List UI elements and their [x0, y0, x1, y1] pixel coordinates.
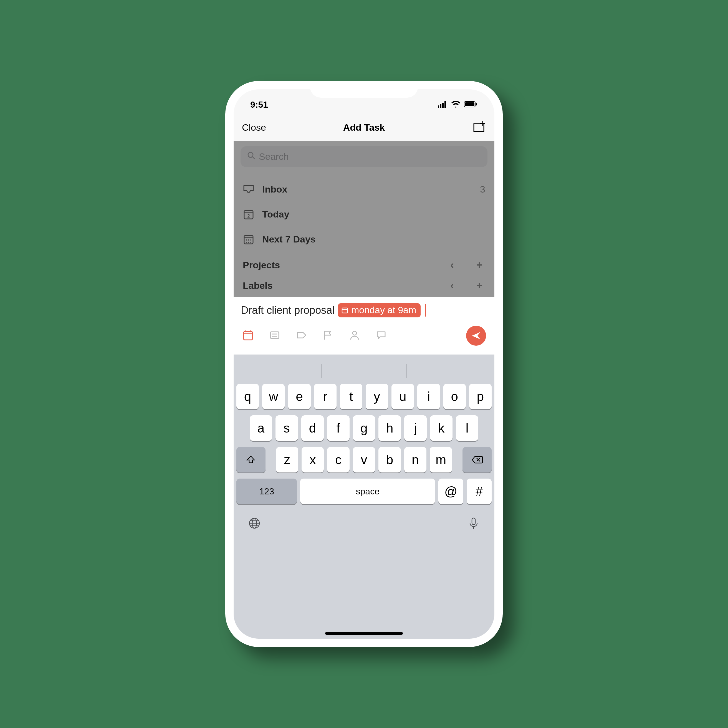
key-r[interactable]: r: [314, 384, 336, 409]
key-f[interactable]: f: [327, 415, 350, 441]
wifi-icon: [451, 99, 460, 110]
label-icon[interactable]: [295, 329, 307, 343]
add-project-icon[interactable]: +: [476, 259, 482, 271]
key-l[interactable]: l: [456, 415, 478, 441]
phone-frame: 9:51 Close Add Task: [225, 81, 503, 647]
svg-point-19: [250, 239, 251, 240]
key-c[interactable]: c: [327, 447, 349, 473]
comment-icon[interactable]: [375, 329, 387, 343]
key-k[interactable]: k: [430, 415, 453, 441]
key-row-2: a s d f g h j k l: [236, 415, 492, 441]
inbox-label: Inbox: [262, 184, 288, 195]
svg-rect-40: [472, 518, 475, 525]
today-row[interactable]: 2 Today: [240, 202, 488, 227]
key-s[interactable]: s: [275, 415, 298, 441]
collapse-icon[interactable]: ‹: [450, 280, 454, 292]
key-h[interactable]: h: [378, 415, 401, 441]
key-d[interactable]: d: [301, 415, 324, 441]
labels-section[interactable]: Labels ‹ +: [240, 277, 488, 297]
svg-point-10: [248, 152, 253, 157]
inbox-count: 3: [480, 184, 485, 195]
key-q[interactable]: q: [236, 384, 259, 409]
date-chip[interactable]: monday at 9am: [338, 303, 421, 317]
task-toolbar: [241, 317, 487, 351]
assign-icon[interactable]: [349, 329, 361, 343]
priority-icon[interactable]: [322, 329, 334, 343]
svg-rect-23: [342, 308, 348, 313]
key-v[interactable]: v: [353, 447, 375, 473]
battery-icon: [464, 99, 478, 110]
svg-point-18: [248, 239, 249, 240]
projects-section[interactable]: Projects ‹ +: [240, 252, 488, 277]
space-key[interactable]: space: [300, 479, 435, 504]
calendar-today-icon: 2: [243, 208, 254, 220]
keyboard-footer: [236, 510, 492, 531]
svg-rect-3: [445, 101, 446, 108]
svg-rect-25: [243, 332, 252, 340]
nav-bar: Close Add Task: [234, 114, 494, 141]
key-z[interactable]: z: [276, 447, 298, 473]
task-text: Draft client proposal: [241, 304, 335, 316]
svg-rect-15: [244, 236, 253, 244]
key-g[interactable]: g: [353, 415, 375, 441]
key-y[interactable]: y: [366, 384, 388, 409]
backspace-key[interactable]: [462, 447, 492, 473]
svg-rect-6: [476, 103, 477, 106]
collapse-icon[interactable]: ‹: [450, 259, 454, 271]
suggestion-bar: [236, 359, 492, 384]
search-placeholder: Search: [259, 151, 289, 162]
key-w[interactable]: w: [262, 384, 284, 409]
inbox-row[interactable]: Inbox 3: [240, 177, 488, 202]
background-content: Search Inbox 3 2 Today Next 7 Days: [234, 141, 494, 297]
svg-point-17: [246, 239, 247, 240]
add-above-icon[interactable]: [473, 121, 486, 134]
key-row-3: z x c v b n m: [236, 447, 492, 473]
mic-icon[interactable]: [466, 516, 480, 531]
svg-rect-12: [244, 211, 253, 219]
shift-key[interactable]: [236, 447, 266, 473]
svg-point-20: [246, 242, 247, 243]
key-m[interactable]: m: [430, 447, 452, 473]
task-input[interactable]: Draft client proposal monday at 9am: [241, 303, 487, 317]
key-j[interactable]: j: [404, 415, 427, 441]
keyboard: q w e r t y u i o p a s d f g h j k l: [234, 355, 494, 639]
schedule-icon[interactable]: [242, 329, 254, 343]
svg-text:2: 2: [248, 214, 250, 218]
key-p[interactable]: p: [469, 384, 492, 409]
labels-label: Labels: [243, 280, 273, 291]
numbers-key[interactable]: 123: [236, 479, 297, 504]
key-x[interactable]: x: [301, 447, 324, 473]
key-i[interactable]: i: [417, 384, 440, 409]
add-label-icon[interactable]: +: [476, 280, 482, 292]
globe-icon[interactable]: [248, 516, 262, 531]
svg-rect-2: [442, 102, 444, 108]
key-u[interactable]: u: [392, 384, 414, 409]
projects-label: Projects: [243, 260, 280, 271]
key-e[interactable]: e: [288, 384, 310, 409]
nav-title: Add Task: [343, 122, 385, 133]
calendar-week-icon: [243, 233, 254, 245]
project-icon[interactable]: [269, 329, 281, 343]
home-indicator[interactable]: [325, 632, 403, 635]
quick-add-panel: Draft client proposal monday at 9am: [234, 297, 494, 355]
search-input[interactable]: Search: [240, 146, 488, 167]
at-key[interactable]: @: [438, 479, 463, 504]
key-a[interactable]: a: [250, 415, 272, 441]
svg-point-32: [353, 331, 356, 335]
key-b[interactable]: b: [378, 447, 401, 473]
key-t[interactable]: t: [340, 384, 362, 409]
cellular-icon: [438, 99, 448, 110]
svg-line-11: [252, 157, 255, 159]
send-button[interactable]: [466, 326, 486, 346]
next7-row[interactable]: Next 7 Days: [240, 227, 488, 252]
close-button[interactable]: Close: [242, 122, 266, 133]
notch: [310, 81, 418, 98]
screen: 9:51 Close Add Task: [234, 89, 494, 639]
svg-rect-29: [271, 332, 279, 338]
today-label: Today: [262, 209, 289, 220]
key-o[interactable]: o: [444, 384, 466, 409]
key-n[interactable]: n: [404, 447, 427, 473]
hash-key[interactable]: #: [466, 479, 492, 504]
svg-point-22: [250, 242, 251, 243]
key-row-4: 123 space @ #: [236, 479, 492, 504]
